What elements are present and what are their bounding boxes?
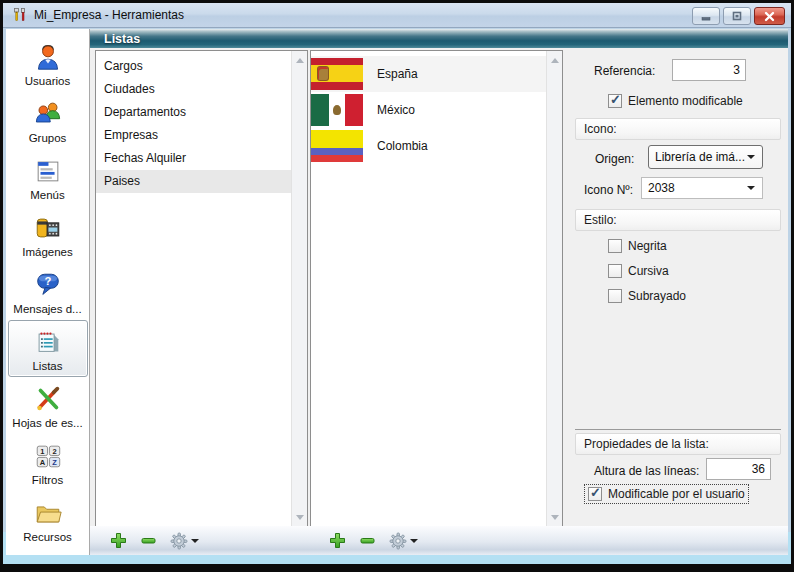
icono-numero-combo[interactable]: 2038 [641,177,763,199]
maximize-button[interactable] [723,7,751,25]
app-window: Mi_Empresa - Herramientas [0,0,794,572]
sidebar-item-imagenes[interactable]: Imágenes [8,206,88,263]
window-title: Mi_Empresa - Herramientas [34,8,184,22]
plus-icon [110,532,127,549]
value-item-selected[interactable]: España [311,56,546,92]
detail-panel: Referencia: Elemento modificable Icono: … [567,48,788,526]
checkbox-label: Modificable por el usuario [608,487,745,501]
checkbox-label: Subrayado [628,289,686,303]
referencia-input[interactable] [672,59,746,81]
sidebar-item-mensajes[interactable]: ? Mensajes d... [8,263,88,320]
sidebar-item-usuarios[interactable]: Usuarios [8,35,88,92]
minimize-button[interactable] [692,7,720,25]
sidebar-item-listas[interactable]: Listas [8,320,88,377]
checkbox-icon[interactable] [588,487,602,501]
svg-text:Z: Z [52,458,57,467]
value-item[interactable]: Colombia [311,128,546,164]
user-icon [31,40,65,74]
list-item[interactable]: Cargos [96,55,291,78]
minus-icon [140,532,157,549]
film-roll-icon [31,211,65,245]
maximize-icon [732,11,742,21]
titlebar[interactable]: Mi_Empresa - Herramientas [3,3,791,28]
sidebar-item-label: Menús [30,189,65,201]
altura-input[interactable] [706,458,771,480]
menu-window-icon [31,154,65,188]
gear-icon [389,532,407,550]
sidebar-item-menus[interactable]: Menús [8,149,88,206]
values-toolbar-group [329,532,418,550]
sidebar: Usuarios Grupos [6,29,90,555]
list-item-selected[interactable]: Paises [96,170,291,193]
tools-icon [12,7,28,23]
chevron-down-icon [191,539,199,543]
minus-icon [359,532,376,549]
lists-toolbar-group [110,532,199,550]
value-item[interactable]: México [311,92,546,128]
sidebar-item-label: Hojas de es... [12,417,82,429]
sidebar-item-label: Usuarios [25,75,70,87]
cursiva-checkbox[interactable]: Cursiva [608,264,669,278]
mexico-flag [311,94,363,126]
values-panel: España México Colombia [310,50,563,527]
icono-numero-label: Icono Nº: [584,183,633,197]
checkbox-icon[interactable] [608,289,622,303]
page-title: Listas [90,32,140,46]
message-bubble-icon: ? [31,268,65,302]
altura-label: Altura de las líneas: [594,464,699,478]
origen-dropdown[interactable]: Librería de imá... [648,145,763,169]
subrayado-checkbox[interactable]: Subrayado [608,289,686,303]
sidebar-item-label: Imágenes [22,246,73,258]
svg-text:1: 1 [40,447,44,456]
colombia-flag [311,130,363,162]
close-button[interactable] [754,7,785,25]
chevron-down-icon [747,155,755,159]
referencia-label: Referencia: [594,64,655,78]
negrita-checkbox[interactable]: Negrita [608,239,667,253]
checkbox-icon[interactable] [608,94,622,108]
sidebar-item-filtros[interactable]: 1 2 A Z Filtros [8,434,88,491]
scroll-up-icon[interactable] [292,52,307,68]
remove-button[interactable] [140,532,157,549]
checkbox-icon[interactable] [608,239,622,253]
add-button[interactable] [110,532,127,549]
checkbox-label: Elemento modificable [628,94,743,108]
actions-menu-button[interactable] [170,532,199,550]
scroll-down-icon[interactable] [547,509,562,525]
sort-keys-icon: 1 2 A Z [31,439,65,473]
sidebar-item-label: Listas [32,360,62,372]
scroll-up-icon[interactable] [547,52,562,68]
brush-icon [31,382,65,416]
propiedades-section-header: Propiedades de la lista: [575,433,781,455]
chevron-down-icon [747,186,755,190]
remove-button[interactable] [359,532,376,549]
value-label: España [377,67,418,81]
sidebar-item-hojas[interactable]: Hojas de es... [8,377,88,434]
elemento-modificable-checkbox[interactable]: Elemento modificable [608,94,743,108]
plus-icon [329,532,346,549]
scroll-down-icon[interactable] [292,509,307,525]
estilo-section-header: Estilo: [575,209,781,231]
scrollbar[interactable] [291,51,307,526]
checkbox-label: Negrita [628,239,667,253]
sidebar-item-recursos[interactable]: Recursos [8,491,88,548]
list-item[interactable]: Empresas [96,124,291,147]
list-item[interactable]: Ciudades [96,78,291,101]
list-item[interactable]: Fechas Alquiler [96,147,291,170]
sidebar-item-label: Recursos [23,531,72,543]
svg-text:?: ? [44,275,51,287]
list-item[interactable]: Departamentos [96,101,291,124]
sidebar-item-grupos[interactable]: Grupos [8,92,88,149]
actions-menu-button[interactable] [389,532,418,550]
value-label: Colombia [377,139,428,153]
checkbox-label: Cursiva [628,264,669,278]
add-button[interactable] [329,532,346,549]
checkbox-icon[interactable] [608,264,622,278]
bottom-toolbar [90,526,788,555]
notepad-icon [31,325,65,359]
content-area: Usuarios Grupos [6,29,788,555]
svg-text:2: 2 [52,447,56,456]
gear-icon [170,532,188,550]
modificable-usuario-checkbox[interactable]: Modificable por el usuario [585,485,748,503]
scrollbar[interactable] [546,51,562,526]
